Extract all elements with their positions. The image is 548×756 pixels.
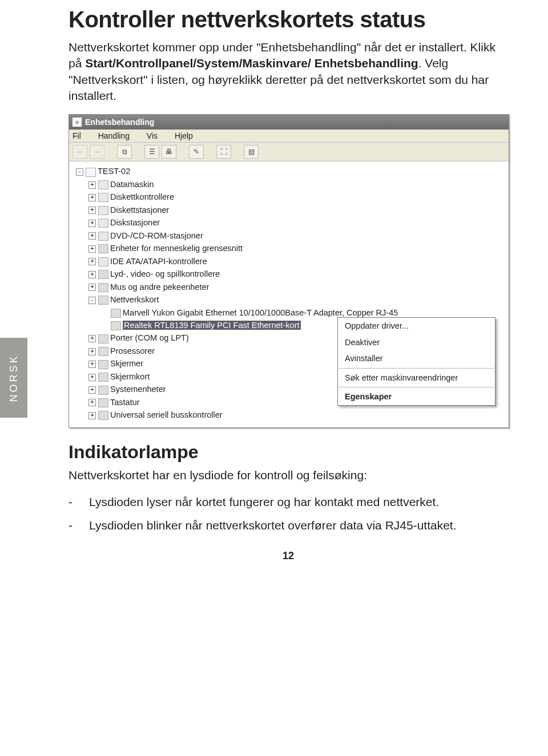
ctx-separator (339, 387, 494, 387)
ctx-update-driver[interactable]: Oppdater driver... (338, 318, 495, 334)
tree-node[interactable]: +Diskstasjoner (88, 216, 506, 229)
toolbar-btn-3[interactable]: 🖶 (162, 145, 176, 159)
expand-icon[interactable]: + (88, 245, 96, 253)
expand-icon[interactable]: + (88, 361, 96, 368)
device-icon (98, 206, 108, 215)
network-adapter-icon (111, 321, 121, 330)
device-icon (98, 283, 108, 292)
node-label: Skjermer (110, 359, 143, 368)
tree-node[interactable]: +Diskettstasjoner (88, 204, 506, 216)
toolbar-btn-6[interactable]: ▤ (244, 145, 259, 159)
intro-bold-path: Start/Kontrollpanel/System/Maskinvare/ E… (85, 56, 418, 70)
window-titlebar: ≡ Enhetsbehandling (69, 115, 509, 130)
window-title: Enhetsbehandling (85, 118, 154, 127)
bullet-dash: - (68, 494, 89, 510)
collapse-icon[interactable]: - (88, 297, 96, 304)
device-icon (98, 232, 108, 241)
bullet-dash: - (68, 517, 89, 533)
expand-icon[interactable]: + (88, 232, 96, 240)
toolbar-btn-1[interactable]: ⧉ (117, 145, 132, 159)
page-number: 12 (68, 550, 508, 562)
node-label: Nettverkskort (110, 295, 159, 304)
bullet-list: -Lysdioden lyser når kortet fungerer og … (68, 494, 508, 534)
node-label-selected: Realtek RTL8139 Family PCI Fast Ethernet… (123, 321, 301, 330)
expand-icon[interactable]: + (88, 220, 96, 227)
tree-node[interactable]: +DVD-/CD-ROM-stasjoner (88, 229, 506, 242)
expand-icon[interactable]: + (88, 348, 96, 355)
tree-node[interactable]: +Diskettkontrollere (88, 191, 506, 203)
toolbar-btn-2[interactable]: ☰ (144, 145, 159, 159)
device-icon (98, 270, 108, 279)
menu-handling[interactable]: Handling (98, 131, 130, 140)
device-icon (98, 360, 108, 369)
toolbar-btn-5[interactable]: ⛶ (216, 145, 231, 159)
node-label: Prosessorer (110, 346, 155, 355)
expand-icon[interactable]: + (88, 194, 96, 201)
bullet-item: -Lysdioden blinker når nettverkskortet o… (68, 517, 508, 533)
tree-node[interactable]: +IDE ATA/ATAPI-kontrollere (88, 255, 506, 268)
section-intro: Nettverkskortet har en lysdiode for kont… (68, 467, 508, 483)
toolbar-btn-4[interactable]: ✎ (189, 145, 204, 159)
tree-node[interactable]: +Enheter for menneskelig grensesnitt (88, 242, 506, 254)
language-tab: NORSK (0, 338, 27, 418)
tree-node[interactable]: +Universal seriell busskontroller (88, 409, 506, 421)
bullet-text: Lysdioden blinker når nettverkskortet ov… (89, 517, 457, 533)
expand-icon[interactable]: + (88, 335, 96, 342)
menu-bar: Fil Handling Vis Hjelp (69, 130, 509, 143)
node-label: Mus og andre pekeenheter (110, 282, 209, 292)
node-label: Diskstasjoner (110, 218, 160, 227)
device-manager-window: ≡ Enhetsbehandling Fil Handling Vis Hjel… (68, 114, 509, 427)
expand-icon[interactable]: + (88, 181, 96, 189)
window-icon: ≡ (72, 118, 82, 127)
menu-hjelp[interactable]: Hjelp (175, 131, 193, 140)
ctx-disable[interactable]: Deaktiver (338, 334, 495, 350)
device-icon (98, 257, 108, 266)
node-label: Skjermkort (110, 372, 150, 381)
intro-paragraph: Nettverkskortet kommer opp under "Enhets… (68, 39, 508, 104)
node-label: Marvell Yukon Gigabit Ethernet 10/100/10… (123, 308, 398, 317)
menu-fil[interactable]: Fil (72, 131, 81, 140)
node-label: Lyd-, video- og spillkontrollere (110, 269, 220, 278)
expand-icon[interactable]: + (88, 374, 96, 381)
menu-vis[interactable]: Vis (147, 131, 158, 140)
tree-node[interactable]: +Datamaskin (88, 178, 506, 191)
back-button[interactable]: ← (72, 145, 87, 159)
expand-icon[interactable]: + (88, 258, 96, 265)
ctx-uninstall[interactable]: Avinstaller (338, 350, 495, 366)
expand-icon[interactable]: + (88, 386, 96, 394)
toolbar: ← → ⧉ ☰ 🖶 ✎ ⛶ ▤ (69, 143, 509, 161)
section-heading: Indikatorlampe (68, 442, 508, 463)
ctx-scan-hardware[interactable]: Søk etter maskinvareendringer (338, 370, 495, 386)
ctx-properties[interactable]: Egenskaper (338, 389, 495, 405)
node-label: DVD-/CD-ROM-stasjoner (110, 231, 203, 240)
language-tab-label: NORSK (8, 354, 20, 402)
collapse-icon[interactable]: - (76, 168, 83, 176)
forward-button[interactable]: → (90, 145, 104, 159)
node-label: Enheter for menneskelig grensesnitt (110, 244, 243, 253)
page-title: Kontroller nettverkskortets status (68, 7, 508, 33)
bullet-item: -Lysdioden lyser når kortet fungerer og … (68, 494, 508, 510)
expand-icon[interactable]: + (88, 412, 96, 419)
device-icon (98, 347, 108, 356)
node-label: Tastatur (110, 398, 140, 407)
bullet-text: Lysdioden lyser når kortet fungerer og h… (89, 494, 439, 510)
expand-icon[interactable]: + (88, 399, 96, 406)
context-menu: Oppdater driver... Deaktiver Avinstaller… (337, 317, 495, 405)
expand-icon[interactable]: + (88, 207, 96, 214)
node-label: Diskettkontrollere (110, 192, 174, 201)
node-label: Diskettstasjoner (110, 205, 169, 215)
network-adapter-icon (98, 296, 108, 305)
device-icon (98, 193, 108, 202)
node-label: Datamaskin (110, 180, 154, 189)
computer-icon (86, 168, 96, 177)
ctx-separator (339, 368, 494, 369)
node-label: Universal seriell busskontroller (110, 410, 223, 419)
tree-node[interactable]: +Mus og andre pekeenheter (88, 281, 506, 293)
node-label: Porter (COM og LPT) (110, 333, 189, 342)
device-icon (98, 180, 108, 189)
device-icon (98, 244, 108, 253)
root-label: TEST-02 (98, 167, 130, 176)
expand-icon[interactable]: + (88, 284, 96, 291)
expand-icon[interactable]: + (88, 271, 96, 278)
tree-node[interactable]: +Lyd-, video- og spillkontrollere (88, 268, 506, 280)
